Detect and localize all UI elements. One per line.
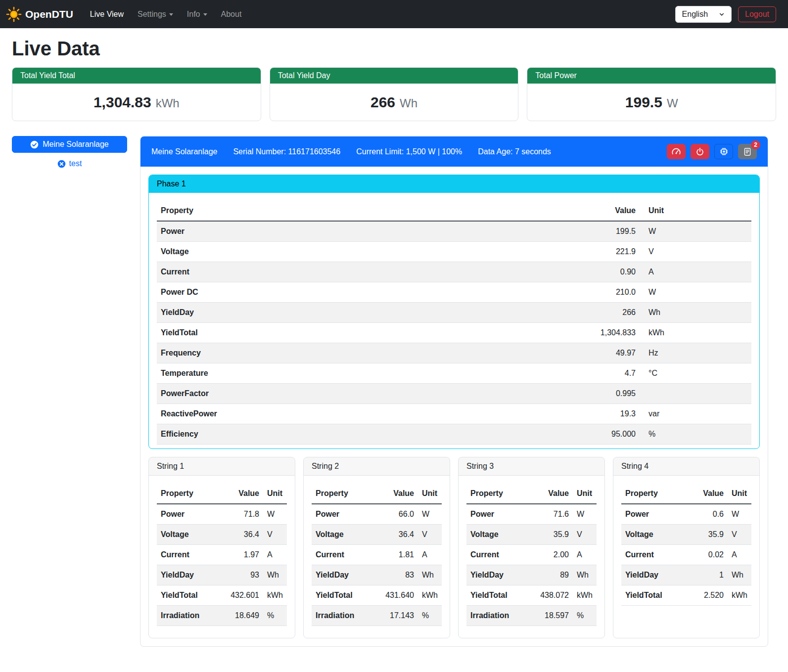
table-row: YieldTotal431.640kWh [312, 585, 442, 606]
property-cell: Frequency [157, 343, 436, 363]
property-cell: Voltage [157, 525, 217, 545]
property-cell: Current [157, 262, 436, 282]
total-yield-day-card: Total Yield Day 266Wh [270, 67, 519, 121]
property-cell: YieldTotal [312, 585, 371, 606]
value-cell: 71.8 [217, 504, 263, 525]
table-row: YieldTotal438.072kWh [466, 585, 597, 606]
card-title: Total Power [527, 68, 776, 84]
value-cell: 199.5 [436, 221, 645, 242]
phase-table: PropertyValueUnitPower199.5WVoltage221.9… [157, 201, 751, 445]
value-cell: 432.601 [217, 585, 263, 606]
unit-cell: kWh [418, 585, 442, 606]
table-row: YieldTotal2.520kWh [621, 585, 751, 606]
event-count-badge: 2 [751, 140, 760, 149]
property-cell: YieldDay [157, 303, 436, 323]
value-cell: 0.90 [436, 262, 645, 282]
property-cell: Voltage [312, 525, 371, 545]
value-cell: 1.97 [217, 545, 263, 565]
column-header: Property [312, 484, 371, 504]
unit-cell: Wh [728, 565, 751, 585]
nav-item-live-view[interactable]: Live View [84, 6, 130, 23]
column-header: Value [686, 484, 728, 504]
column-header: Property [157, 484, 217, 504]
inverter-action-buttons: 2 [667, 144, 757, 159]
value-cell: 35.9 [686, 525, 728, 545]
table-header-row: PropertyValueUnit [157, 201, 751, 221]
unit-cell: Hz [645, 343, 751, 363]
value-cell: 83 [371, 565, 418, 585]
property-cell: Current [312, 545, 371, 565]
value-cell: 221.9 [436, 242, 645, 262]
value-cell: 266 [436, 303, 645, 323]
sidebar-item-label: Meine Solaranlage [43, 140, 108, 149]
unit-cell: Wh [263, 565, 287, 585]
nav-item-settings[interactable]: Settings [132, 6, 179, 23]
phase-card: Phase 1 PropertyValueUnitPower199.5WVolt… [148, 175, 760, 449]
power-button[interactable] [691, 144, 709, 159]
limit-settings-button[interactable] [667, 144, 686, 159]
property-cell: Current [157, 545, 217, 565]
sidebar-item-label: test [69, 159, 82, 168]
unit-cell: A [573, 545, 597, 565]
sidebar-item-test[interactable]: test [57, 159, 82, 168]
inverter-panel: Meine Solaranlage Serial Number: 1161716… [140, 136, 768, 647]
card-value-area: 266Wh [270, 84, 518, 121]
value-cell: 71.6 [526, 504, 573, 525]
table-row: Voltage35.9V [466, 525, 597, 545]
string-card-title: String 1 [149, 457, 295, 476]
event-log-button[interactable]: 2 [738, 144, 757, 159]
property-cell: Voltage [466, 525, 526, 545]
property-cell: YieldDay [466, 565, 526, 585]
string-card-body: PropertyValueUnitPower71.6WVoltage35.9VC… [459, 476, 604, 638]
column-header: Property [466, 484, 526, 504]
string-card-title: String 3 [459, 457, 604, 476]
property-cell: Power [312, 504, 371, 525]
unit-cell: W [645, 221, 751, 242]
nav-item-label: Settings [138, 10, 166, 19]
string-table: PropertyValueUnitPower71.6WVoltage35.9VC… [466, 484, 597, 626]
property-cell: Power [157, 504, 217, 525]
property-cell: Irradiation [157, 606, 217, 626]
journal-icon [743, 147, 752, 156]
string-card-body: PropertyValueUnitPower66.0WVoltage36.4VC… [304, 476, 450, 638]
table-row: Voltage221.9V [157, 242, 751, 262]
language-select[interactable]: English [675, 6, 732, 23]
table-row: YieldDay89Wh [466, 565, 597, 585]
nav-item-label: Live View [90, 10, 124, 19]
property-cell: YieldDay [621, 565, 686, 585]
column-header: Value [217, 484, 263, 504]
table-row: PowerFactor0.995 [157, 384, 751, 404]
table-row: Power DC210.0W [157, 282, 751, 303]
sun-logo-icon [6, 6, 22, 22]
inverter-serial: Serial Number: 116171603546 [233, 147, 340, 156]
unit-cell: % [418, 606, 442, 626]
unit-cell: V [418, 525, 442, 545]
property-cell: Power [621, 504, 686, 525]
value-cell: 66.0 [371, 504, 418, 525]
nav-item-info[interactable]: Info [181, 6, 213, 23]
unit-cell: W [263, 504, 287, 525]
table-row: Power66.0W [312, 504, 442, 525]
property-cell: PowerFactor [157, 384, 436, 404]
property-cell: ReactivePower [157, 404, 436, 424]
string-table: PropertyValueUnitPower66.0WVoltage36.4VC… [312, 484, 442, 626]
property-cell: Power [157, 221, 436, 242]
value-cell: 95.000 [436, 424, 645, 445]
unit-cell: A [418, 545, 442, 565]
logout-button[interactable]: Logout [738, 6, 776, 22]
device-info-button[interactable] [714, 144, 733, 159]
table-row: YieldTotal432.601kWh [157, 585, 287, 606]
x-circle-icon [57, 160, 66, 168]
strings-row: String 1PropertyValueUnitPower71.8WVolta… [148, 457, 760, 638]
table-row: YieldDay83Wh [312, 565, 442, 585]
nav-item-about[interactable]: About [215, 6, 248, 23]
unit-cell: kWh [573, 585, 597, 606]
inverter-sidebar: Meine Solaranlage test [12, 136, 127, 168]
sidebar-item-meine-solaranlage[interactable]: Meine Solaranlage [12, 136, 127, 153]
brand-link[interactable]: OpenDTU [6, 6, 73, 22]
unit-cell: °C [645, 363, 751, 384]
value-cell: 2.520 [686, 585, 728, 606]
value-cell: 0.995 [436, 384, 645, 404]
card-unit: kWh [156, 96, 180, 110]
total-power-card: Total Power 199.5W [527, 67, 776, 121]
